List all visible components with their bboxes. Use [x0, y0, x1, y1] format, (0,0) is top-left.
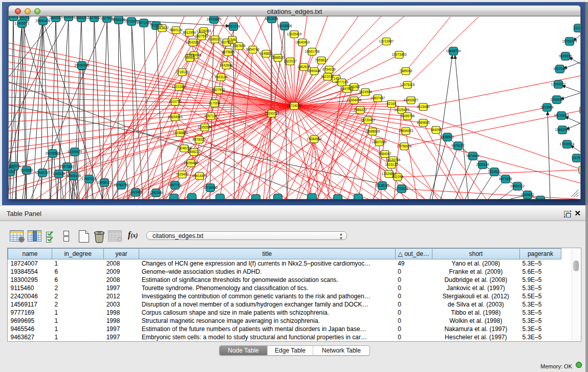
svg-text:12942757: 12942757 [35, 171, 50, 174]
svg-text:9115460: 9115460 [417, 105, 430, 108]
svg-text:7663822: 7663822 [156, 26, 169, 30]
svg-text:8267110: 8267110 [205, 114, 217, 118]
svg-text:7986322: 7986322 [354, 108, 367, 112]
svg-text:9084067: 9084067 [378, 152, 391, 156]
svg-text:16033809: 16033809 [207, 17, 222, 21]
svg-text:14923466: 14923466 [128, 190, 143, 194]
svg-text:7357274: 7357274 [227, 25, 240, 28]
svg-text:25300213: 25300213 [265, 112, 279, 115]
svg-text:7625402: 7625402 [176, 172, 189, 176]
svg-text:1292346: 1292346 [149, 191, 163, 194]
svg-text:19218506: 19218506 [277, 24, 292, 28]
svg-text:10543382: 10543382 [186, 40, 201, 44]
svg-text:1340557: 1340557 [18, 16, 31, 19]
svg-text:6794028: 6794028 [322, 68, 336, 71]
svg-text:10958127: 10958127 [97, 181, 112, 184]
svg-text:2109140: 2109140 [62, 16, 75, 18]
svg-text:1089605: 1089605 [417, 121, 430, 124]
svg-text:8675685: 8675685 [222, 50, 235, 54]
svg-text:10463627: 10463627 [404, 98, 419, 102]
svg-text:164095: 164095 [430, 128, 442, 132]
svg-text:15720407: 15720407 [361, 118, 376, 122]
svg-text:1527602: 1527602 [100, 16, 114, 20]
svg-text:9777169: 9777169 [335, 80, 349, 84]
svg-text:9660124: 9660124 [169, 28, 183, 32]
svg-text:92450: 92450 [536, 198, 545, 199]
svg-text:10025433: 10025433 [395, 108, 409, 112]
svg-text:19166825: 19166825 [173, 131, 188, 135]
svg-text:252254: 252254 [392, 175, 403, 179]
svg-text:746266: 746266 [349, 85, 360, 89]
svg-text:3624554: 3624554 [359, 90, 372, 94]
svg-text:17016504: 17016504 [560, 142, 575, 146]
svg-text:116753: 116753 [571, 156, 580, 160]
svg-text:17359924: 17359924 [68, 150, 82, 154]
svg-text:16120746: 16120746 [386, 158, 401, 162]
svg-text:1840557: 1840557 [49, 16, 62, 19]
svg-text:8186323: 8186323 [208, 37, 222, 41]
svg-text:8878332: 8878332 [192, 138, 206, 141]
svg-text:7955812: 7955812 [315, 58, 328, 62]
svg-text:1244415: 1244415 [550, 98, 563, 101]
svg-text:15136141: 15136141 [375, 184, 390, 187]
svg-text:2803144: 2803144 [214, 75, 228, 79]
svg-text:7632621: 7632621 [488, 170, 501, 173]
svg-text:39154: 39154 [9, 170, 15, 173]
svg-text:20206556: 20206556 [46, 151, 60, 155]
svg-text:8454749: 8454749 [246, 48, 259, 51]
svg-text:1322037: 1322037 [284, 59, 297, 63]
svg-text:2935114: 2935114 [476, 163, 489, 166]
svg-text:1615132: 1615132 [385, 163, 398, 166]
svg-text:9146821: 9146821 [259, 52, 273, 55]
svg-text:13325419: 13325419 [287, 32, 302, 36]
svg-text:12505135: 12505135 [67, 174, 81, 178]
svg-text:16782759: 16782759 [114, 183, 129, 187]
svg-text:1115689: 1115689 [20, 168, 33, 172]
svg-text:10975887: 10975887 [60, 165, 75, 168]
svg-text:11353594: 11353594 [198, 125, 212, 129]
svg-text:1362615: 1362615 [297, 65, 311, 69]
svg-text:21364436: 21364436 [347, 98, 362, 102]
svg-text:19384554: 19384554 [307, 137, 322, 141]
svg-text:13495796: 13495796 [400, 114, 415, 118]
svg-text:10973493: 10973493 [392, 53, 407, 56]
svg-text:8938923: 8938923 [441, 135, 454, 139]
svg-text:6479197: 6479197 [451, 144, 465, 147]
svg-text:9329996: 9329996 [559, 54, 572, 58]
svg-text:12093322: 12093322 [551, 82, 566, 86]
svg-text:18807249: 18807249 [372, 140, 387, 144]
svg-text:1546: 1546 [229, 38, 236, 41]
svg-text:2367608: 2367608 [232, 44, 246, 48]
svg-text:12975115: 12975115 [400, 83, 415, 86]
svg-text:1145154: 1145154 [53, 172, 66, 176]
svg-text:1588520: 1588520 [271, 56, 285, 59]
svg-text:9474444: 9474444 [466, 154, 480, 158]
svg-text:13405571: 13405571 [15, 21, 30, 25]
svg-text:9827503: 9827503 [195, 34, 208, 38]
svg-text:10688609: 10688609 [365, 129, 380, 133]
svg-text:8427552: 8427552 [212, 88, 225, 92]
svg-text:12226053: 12226053 [197, 29, 211, 33]
svg-text:1365001: 1365001 [9, 164, 21, 168]
svg-text:8990448: 8990448 [308, 69, 321, 73]
svg-text:2718126: 2718126 [176, 70, 189, 74]
svg-text:16099489: 16099489 [184, 161, 199, 165]
svg-text:16210643: 16210643 [554, 114, 569, 117]
svg-text:6966160: 6966160 [112, 18, 125, 21]
svg-text:1621022: 1621022 [321, 75, 334, 78]
svg-text:18724007: 18724007 [287, 104, 302, 107]
svg-text:7485063: 7485063 [399, 69, 412, 73]
svg-text:15692971: 15692971 [555, 128, 570, 132]
svg-text:1498222: 1498222 [187, 150, 201, 154]
svg-text:8471626: 8471626 [499, 177, 512, 181]
svg-text:26053346: 26053346 [75, 63, 90, 67]
svg-text:16648784: 16648784 [446, 49, 461, 53]
svg-text:11124: 11124 [574, 26, 580, 30]
svg-text:16914479: 16914479 [192, 174, 207, 178]
svg-text:8912954: 8912954 [183, 31, 196, 34]
svg-text:15751074: 15751074 [562, 39, 577, 43]
svg-text:12213369: 12213369 [172, 85, 187, 89]
svg-text:17957225: 17957225 [82, 177, 97, 181]
svg-text:9245652: 9245652 [521, 193, 534, 196]
svg-text:1010755: 1010755 [168, 100, 182, 103]
